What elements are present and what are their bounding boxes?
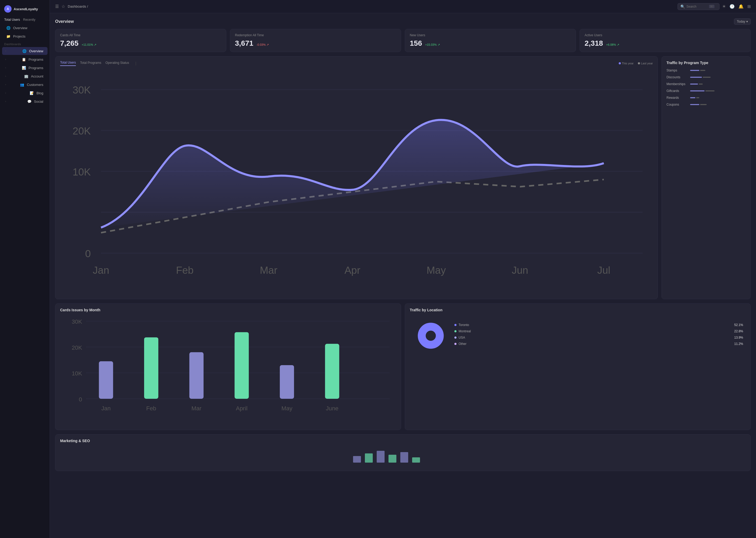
svg-text:Jun: Jun [512, 265, 528, 276]
account-icon: 🏢 [24, 74, 28, 78]
donut-svg [412, 317, 449, 354]
social-icon: 💬 [27, 99, 31, 103]
sidebar-nav-header: Total Users Recently [0, 17, 50, 24]
donut-legend: Toronto 52.1% Montreal 22.8% [454, 323, 743, 348]
svg-text:10K: 10K [73, 166, 91, 178]
svg-rect-37 [377, 451, 385, 462]
svg-text:Jan: Jan [101, 405, 111, 412]
traffic-title: Traffic by Program Type [667, 61, 746, 65]
tab-total-users[interactable]: Total Users [60, 61, 76, 66]
marketing-svg [351, 448, 455, 464]
period-selector[interactable]: Today ▾ [734, 19, 751, 25]
svg-text:Mar: Mar [260, 265, 277, 276]
line-chart-svg: 30K 20K 10K 0 [60, 69, 653, 294]
traffic-bar [700, 104, 707, 105]
traffic-row-coupons: Coupons [667, 103, 746, 106]
sidebar: A AscendLoyalty Total Users Recently 🌐 O… [0, 0, 50, 538]
stat-cards-grid: Cards All Time 7,265 +11.01% ↗ Redemptio… [55, 29, 751, 52]
chevron-icon: › [5, 75, 6, 78]
svg-text:June: June [326, 405, 338, 412]
overview-title: Overview [55, 19, 74, 24]
stat-change: +11.01% ↗ [82, 43, 96, 46]
search-shortcut: ⌘/ [709, 5, 715, 8]
donut-dot [454, 343, 456, 345]
svg-text:20K: 20K [72, 345, 82, 351]
sidebar-item-account[interactable]: › 🏢 Account [2, 72, 48, 80]
svg-text:April: April [236, 405, 248, 412]
traffic-label: Giftcards [667, 89, 687, 93]
donut-dot [454, 330, 456, 332]
layout-icon[interactable]: ⊞ [747, 4, 751, 9]
traffic-bars [690, 77, 746, 78]
breadcrumb: Dashboards / [68, 4, 88, 8]
nav-recently[interactable]: Recently [23, 18, 35, 22]
sidebar-item-overview[interactable]: › 🌐 Overview [2, 47, 48, 55]
search-icon: 🔍 [681, 4, 685, 9]
svg-rect-40 [412, 457, 420, 462]
notification-icon[interactable]: 🔔 [738, 4, 744, 9]
projects-icon: 📁 [6, 34, 11, 38]
sidebar-item-label: Blog [36, 91, 43, 95]
svg-text:20K: 20K [73, 125, 91, 136]
marketing-title: Marketing & SEO [60, 439, 90, 443]
sidebar-toggle-icon[interactable]: ☰ [55, 4, 59, 9]
traffic-bars [690, 97, 746, 98]
tab-operating-status[interactable]: Operating Status [106, 61, 129, 66]
programs1-icon: 📋 [22, 57, 26, 62]
stat-value: 3,671 [235, 39, 253, 48]
donut-dot [454, 324, 456, 326]
marketing-card: Marketing & SEO [55, 434, 751, 471]
page-content: Overview Today ▾ Cards All Time 7,265 +1… [50, 13, 756, 476]
topbar-actions: ☀ 🕐 🔔 ⊞ [722, 4, 751, 9]
stat-label: New Users [410, 33, 571, 37]
legend-montreal: Montreal 22.8% [454, 329, 743, 333]
bar [325, 344, 339, 399]
traffic-row-discounts: Discounts [667, 76, 746, 79]
stat-value: 7,265 [60, 39, 78, 48]
svg-rect-36 [365, 454, 373, 462]
traffic-bar [690, 90, 705, 91]
svg-text:10K: 10K [72, 370, 82, 377]
search-input[interactable] [686, 5, 707, 8]
app-logo[interactable]: A AscendLoyalty [0, 3, 50, 17]
theme-icon[interactable]: ☀ [722, 4, 726, 9]
programs2-icon: 📊 [22, 66, 26, 70]
traffic-label: Coupons [667, 103, 687, 106]
dashboards-label: Dashboards [0, 40, 50, 47]
chevron-icon: › [5, 58, 6, 61]
bar [280, 365, 294, 399]
sidebar-item-programs1[interactable]: › 📋 Programs [2, 55, 48, 63]
traffic-bar [705, 90, 715, 91]
sidebar-item-programs2[interactable]: › 📊 Programs [2, 64, 48, 72]
bar [99, 361, 113, 399]
sidebar-item-customers[interactable]: › 👥 Customers [2, 81, 48, 88]
stat-value: 156 [410, 39, 422, 48]
sidebar-item-overview-top[interactable]: 🌐 Overview [2, 24, 48, 32]
bar-chart-card: Cards Issues by Month 30K 20K 10K 0 [55, 303, 401, 430]
sidebar-item-blog[interactable]: › 📝 Blog [2, 89, 48, 97]
traffic-bars [690, 90, 746, 91]
star-icon[interactable]: ☆ [62, 4, 65, 9]
svg-text:Jan: Jan [93, 265, 109, 276]
traffic-row-rewards: Rewards [667, 96, 746, 100]
traffic-bar [690, 83, 698, 84]
svg-text:0: 0 [79, 396, 82, 403]
search-box[interactable]: 🔍 ⌘/ [678, 3, 720, 10]
sidebar-item-social[interactable]: › 💬 Social [2, 97, 48, 105]
legend-toronto: Toronto 52.1% [454, 323, 743, 327]
stat-card-cards-all-time: Cards All Time 7,265 +11.01% ↗ [55, 29, 226, 52]
sidebar-item-projects[interactable]: 📁 Projects [2, 32, 48, 40]
svg-text:May: May [281, 405, 293, 412]
traffic-bar [696, 97, 699, 98]
legend-dot [638, 62, 640, 64]
history-icon[interactable]: 🕐 [730, 4, 735, 9]
sidebar-item-label: Projects [13, 34, 25, 38]
traffic-bar [690, 77, 702, 78]
sidebar-item-label: Programs [28, 66, 43, 70]
charts-row-1: Total Users Total Programs Operating Sta… [55, 56, 751, 299]
svg-text:0: 0 [85, 248, 91, 259]
nav-favorites[interactable]: Total Users [4, 18, 20, 22]
traffic-label: Discounts [667, 76, 687, 79]
tab-total-programs[interactable]: Total Programs [80, 61, 101, 66]
svg-text:30K: 30K [72, 319, 82, 325]
